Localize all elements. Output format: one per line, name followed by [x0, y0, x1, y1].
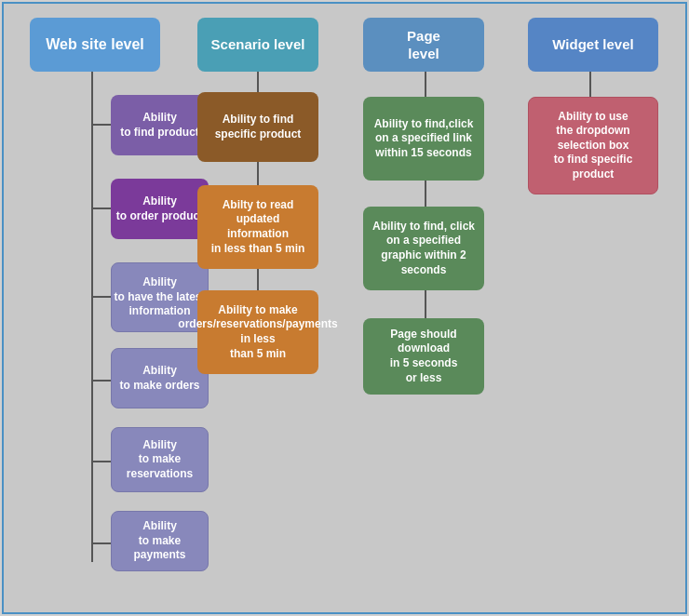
- widget-level-header: Widget level: [528, 18, 658, 72]
- scenario-level-header: Scenario level: [197, 18, 318, 72]
- scenario-item-read-updated: Abilty to readupdatedinformationin less …: [197, 185, 318, 269]
- page-item-download: Page shoulddownloadin 5 secondsor less: [363, 318, 484, 395]
- page-item-find-click-graphic: Ability to find, clickon a specifiedgrap…: [363, 207, 484, 290]
- widget-item-dropdown: Ability to usethe dropdownselection boxt…: [528, 97, 658, 194]
- website-item-find-product: Abilityto find product: [111, 95, 209, 155]
- website-level-header: Web site level: [30, 18, 160, 72]
- diagram-container: Web site level Abilityto find product Ab…: [4, 4, 689, 616]
- connector-lines: [4, 4, 689, 616]
- diagram-outer-border: Web site level Abilityto find product Ab…: [2, 2, 687, 614]
- website-item-order-product: Abilityto order product: [111, 179, 209, 239]
- scenario-item-make-orders: Ability to makeorders/reservations/payme…: [197, 290, 318, 374]
- website-item-reservations: Abilityto makereservations: [111, 427, 209, 492]
- scenario-item-find-specific: Ability to findspecific product: [197, 92, 318, 162]
- page-item-find-click-link: Ability to find,clickon a specified link…: [363, 97, 484, 181]
- page-level-header: Pagelevel: [363, 18, 484, 72]
- website-item-payments: Abilityto makepayments: [111, 511, 209, 571]
